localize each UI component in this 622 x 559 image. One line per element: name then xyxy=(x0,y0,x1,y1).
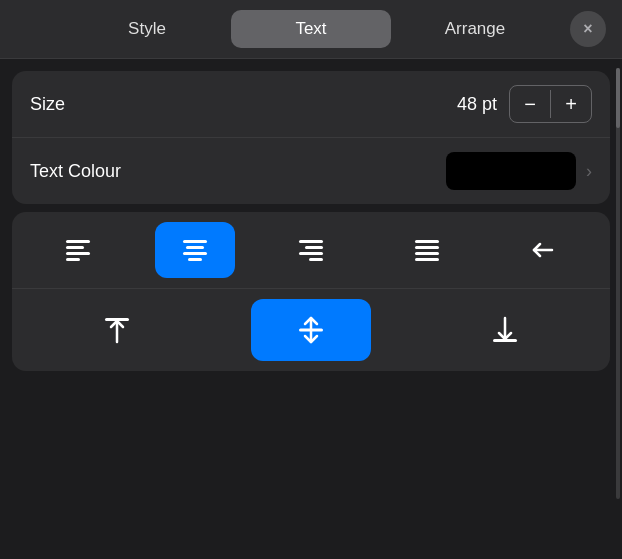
text-colour-row[interactable]: Text Colour › xyxy=(12,138,610,204)
align-left-button[interactable] xyxy=(38,222,118,278)
vertical-align-row xyxy=(12,289,610,371)
size-label: Size xyxy=(30,94,457,115)
properties-panel: Size 48 pt − + Text Colour › xyxy=(12,71,610,204)
text-colour-label: Text Colour xyxy=(30,161,446,182)
svg-rect-8 xyxy=(299,240,323,243)
valign-top-button[interactable] xyxy=(57,299,177,361)
svg-rect-12 xyxy=(415,240,439,243)
svg-rect-15 xyxy=(415,258,439,261)
colour-swatch[interactable] xyxy=(446,152,576,190)
align-direction-button[interactable] xyxy=(504,222,584,278)
alignment-panel xyxy=(12,212,610,371)
svg-rect-6 xyxy=(183,252,207,255)
svg-rect-7 xyxy=(188,258,202,261)
align-center-button[interactable] xyxy=(155,222,235,278)
svg-rect-10 xyxy=(299,252,323,255)
svg-rect-9 xyxy=(305,246,323,249)
increment-button[interactable]: + xyxy=(551,86,591,122)
svg-rect-3 xyxy=(66,258,80,261)
svg-rect-13 xyxy=(415,246,439,249)
tab-arrange[interactable]: Arrange xyxy=(395,10,555,48)
tab-style[interactable]: Style xyxy=(67,10,227,48)
size-value: 48 pt xyxy=(457,94,497,115)
align-justify-button[interactable] xyxy=(387,222,467,278)
align-right-button[interactable] xyxy=(271,222,351,278)
svg-rect-2 xyxy=(66,252,90,255)
svg-rect-5 xyxy=(186,246,204,249)
scrollbar-track[interactable] xyxy=(616,68,620,499)
valign-bottom-button[interactable] xyxy=(445,299,565,361)
close-button[interactable]: × xyxy=(570,11,606,47)
tab-text[interactable]: Text xyxy=(231,10,391,48)
chevron-right-icon: › xyxy=(586,161,592,182)
size-stepper: − + xyxy=(509,85,592,123)
valign-middle-button[interactable] xyxy=(251,299,371,361)
tab-bar: Style Text Arrange × xyxy=(0,0,622,59)
svg-rect-14 xyxy=(415,252,439,255)
svg-rect-4 xyxy=(183,240,207,243)
decrement-button[interactable]: − xyxy=(510,86,550,122)
svg-rect-11 xyxy=(309,258,323,261)
bottom-area xyxy=(12,379,610,499)
size-row: Size 48 pt − + xyxy=(12,71,610,138)
scrollbar-thumb xyxy=(616,68,620,128)
svg-rect-0 xyxy=(66,240,90,243)
horizontal-align-row xyxy=(12,212,610,289)
svg-rect-1 xyxy=(66,246,84,249)
